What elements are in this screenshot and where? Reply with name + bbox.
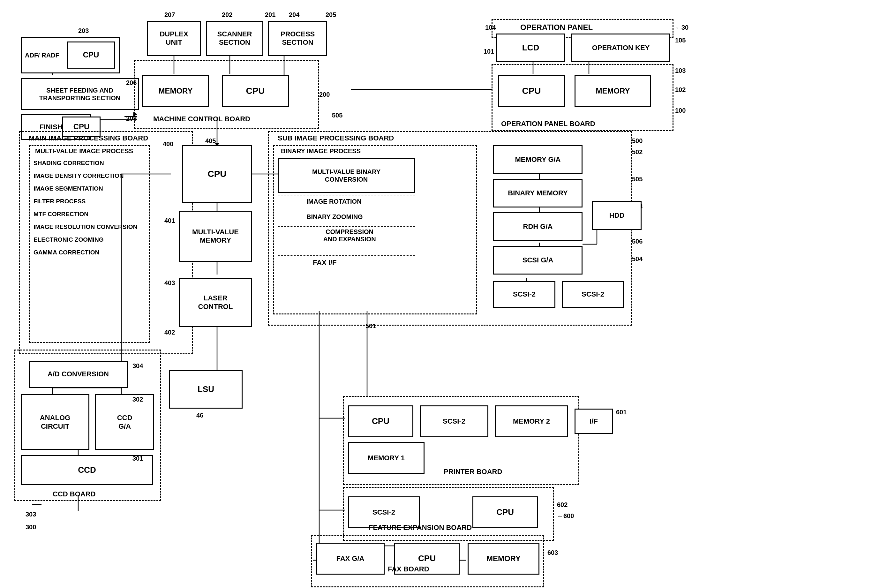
image-seg: IMAGE SEGMENTATION (33, 185, 103, 192)
ccd-board-label: CCD BOARD (52, 490, 96, 498)
ref-506: 506 (632, 238, 643, 245)
ref-105: 105 (675, 37, 686, 44)
memory-opb-box: MEMORY (574, 75, 651, 107)
scsi-ga-box: SCSI G/A (493, 246, 583, 274)
binary-image-label: BINARY IMAGE PROCESS (281, 147, 361, 155)
cpu-printer-box: CPU (348, 405, 413, 437)
ref-104: 104 (485, 24, 496, 31)
lsu-box: LSU (169, 370, 243, 409)
ref-30: ←30 (675, 24, 688, 31)
image-density: IMAGE DENSITY CORRECTION (33, 172, 124, 179)
electronic-zooming: ELECTRONIC ZOOMING (33, 236, 104, 243)
memory1-printer-box: MEMORY 1 (348, 442, 424, 474)
feature-board-label: FEATURE EXPANSION BOARD (369, 524, 472, 532)
separator-4 (278, 255, 415, 256)
ref-207: 207 (164, 11, 175, 18)
scanner-section-box: SCANNERSECTION (206, 21, 263, 56)
binary-zooming-label: BINARY ZOOMING (306, 213, 363, 220)
ref-304: 304 (132, 362, 143, 370)
rdh-ga-box: RDH G/A (493, 212, 583, 241)
gamma-correction: GAMMA CORRECTION (33, 249, 99, 256)
ref-300: 300 (25, 524, 36, 531)
ref-502: 502 (632, 148, 643, 156)
multi-value-label: MULTI-VALUE IMAGE PROCESS (35, 147, 133, 155)
lcd-box: LCD (496, 33, 565, 62)
ref-205: 205 (325, 11, 336, 18)
ref-46: 46 (196, 412, 203, 419)
ref-600: ←600 (557, 512, 574, 520)
ref-603: 603 (547, 549, 558, 556)
ref-500: 500 (632, 137, 643, 145)
multi-binary-box: MULTI-VALUE BINARYCONVERSION (278, 158, 415, 193)
ref-403: 403 (164, 279, 175, 286)
analog-circuit-box: ANALOGCIRCUIT (21, 394, 89, 450)
ad-conversion-box: A/D CONVERSION (29, 361, 128, 388)
cpu-opb-box: CPU (498, 75, 565, 107)
fax-board-label: FAX BOARD (388, 565, 429, 573)
separator-3 (278, 226, 415, 226)
ref-202: 202 (222, 11, 232, 18)
adf-cpu-box: CPU (67, 42, 115, 69)
image-rotation-label: IMAGE ROTATION (306, 198, 362, 205)
operation-key-box: OPERATION KEY (571, 33, 670, 62)
binary-memory-box: BINARY MEMORY (493, 179, 583, 207)
ref-203: 203 (78, 27, 89, 34)
fax-if-label: FAX I/F (313, 259, 337, 267)
ref-302: 302 (132, 396, 143, 403)
process-section-box: PROCESSSECTION (268, 21, 327, 56)
ref-400: 400 (163, 141, 173, 148)
operation-panel-label: OPERATION PANEL (520, 23, 593, 32)
adf-radf-label: ADF/ RADF (25, 51, 59, 59)
memory-ga-box: MEMORY G/A (493, 145, 583, 174)
memory-mcb-box: MEMORY (142, 75, 209, 107)
ref-103: 103 (675, 67, 686, 74)
scsi2-a-box: SCSI-2 (493, 281, 555, 308)
memory-fax-box: MEMORY (468, 543, 540, 574)
ref-303: 303 (25, 511, 36, 518)
ref-201: 201 (265, 11, 276, 18)
ref-601: 601 (616, 409, 627, 416)
ccd-ga-box: CCDG/A (95, 394, 154, 450)
ref-102: 102 (675, 86, 686, 93)
ref-501: 501 (366, 322, 376, 330)
image-res: IMAGE RESOLUTION CONVERSION (33, 224, 137, 231)
memory2-printer-box: MEMORY 2 (495, 405, 568, 437)
cpu-mcb-box: CPU (222, 75, 289, 107)
separator-2 (278, 211, 415, 212)
multi-value-memory-box: MULTI-VALUEMEMORY (179, 211, 252, 262)
ref-401: 401 (164, 217, 175, 224)
if-box: I/F (574, 409, 613, 434)
diagram-container: ADF/ RADF CPU 203 SHEET FEEDING ANDTRANS… (0, 0, 880, 588)
cpu-feat-box: CPU (472, 496, 538, 528)
filter-process: FILTER PROCESS (33, 198, 85, 205)
fax-ga-box: FAX G/A (316, 543, 385, 574)
duplex-unit-box: DUPLEXUNIT (147, 21, 201, 56)
ref-301: 301 (132, 455, 143, 462)
ref-204: 204 (289, 11, 300, 18)
main-image-board-label: MAIN IMAGE PROCESSING BOARD (29, 134, 148, 142)
laser-control-box: LASERCONTROL (179, 278, 252, 327)
cpu-main-box: CPU (182, 145, 252, 203)
ref-100: 100 (675, 107, 686, 114)
compression-label: COMPRESSIONAND EXPANSION (287, 228, 412, 243)
sheet-feeding-box: SHEET FEEDING ANDTRANSPORTING SECTION (21, 78, 139, 110)
ref-504: 504 (632, 255, 643, 263)
hdd-box: HDD (592, 201, 642, 230)
machine-control-label: MACHINE CONTROL BOARD (153, 115, 250, 123)
separator-1 (278, 195, 415, 195)
ref-402: 402 (164, 329, 175, 336)
sub-image-board-label: SUB IMAGE PROCESSING BOARD (278, 134, 394, 142)
ref-405: 405 (205, 137, 216, 145)
mtf-correction: MTF CORRECTION (33, 211, 88, 218)
ref-505b: 505 (632, 176, 643, 183)
scsi2-b-box: SCSI-2 (562, 281, 624, 308)
printer-board-label: PRINTER BOARD (444, 468, 502, 476)
ref-602: 602 (557, 501, 568, 508)
scsi2-printer-box: SCSI-2 (420, 405, 488, 437)
ref-101: 101 (484, 48, 494, 55)
shading-correction: SHADING CORRECTION (33, 160, 104, 166)
operation-panel-board-label: OPERATION PANEL BOARD (501, 120, 595, 128)
ref-200: 200 (319, 91, 330, 98)
ref-505: 505 (332, 112, 342, 119)
